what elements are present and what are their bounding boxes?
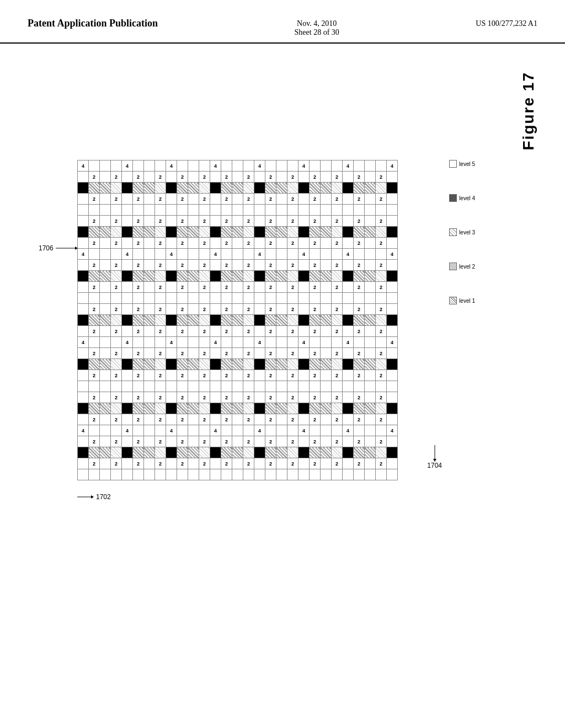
grid-cell: [100, 260, 111, 271]
grid-cell: [299, 172, 310, 183]
grid-cell: [354, 205, 365, 216]
grid-cell: [155, 337, 166, 348]
grid-cell: [321, 172, 332, 183]
grid-cell: [155, 381, 166, 392]
grid-cell: [365, 359, 376, 370]
grid-cell: [100, 205, 111, 216]
grid-cell: 2: [221, 172, 232, 183]
grid-cell: 2: [243, 282, 254, 293]
grid-cell: 2: [376, 304, 387, 315]
grid-cell: [111, 403, 122, 414]
grid-cell: [89, 425, 100, 436]
grid-cell: [188, 315, 199, 326]
grid-cell: 2: [133, 304, 144, 315]
grid-cell: [100, 183, 111, 194]
grid-cell: [387, 183, 398, 194]
svg-marker-1: [91, 495, 94, 499]
grid-cell: 2: [310, 458, 321, 469]
grid-cell: [144, 469, 155, 480]
grid-cell: 2: [265, 260, 276, 271]
grid-cell: 2: [199, 304, 210, 315]
grid-cell: [133, 271, 144, 282]
grid-cell: 2: [332, 304, 343, 315]
grid-cell: [387, 271, 398, 282]
grid-cell: [166, 392, 177, 403]
grid-cell: [321, 337, 332, 348]
grid-cell: [254, 359, 265, 370]
grid-cell: 2: [199, 392, 210, 403]
grid-cell: [210, 414, 221, 425]
grid-cell: [276, 238, 287, 249]
grid-cell: [365, 447, 376, 458]
grid-cell: [122, 282, 133, 293]
grid-cell: 2: [199, 326, 210, 337]
grid-cell: 2: [354, 370, 365, 381]
grid-cell: 2: [310, 172, 321, 183]
publication-date: Nov. 4, 2010 Sheet 28 of 30: [295, 17, 339, 37]
grid-cell: [111, 205, 122, 216]
grid-cell: 2: [287, 348, 299, 359]
grid-cell: [254, 348, 265, 359]
grid-cell: [276, 227, 287, 238]
figure-title: Figure 17: [520, 72, 537, 150]
grid-cell: [299, 315, 310, 326]
grid-cell: [343, 216, 354, 227]
grid-cell: 2: [376, 392, 387, 403]
grid-cell: [276, 326, 287, 337]
grid-cell: [133, 381, 144, 392]
grid-cell: [287, 227, 299, 238]
grid-cell: [100, 381, 111, 392]
grid-cell: [144, 238, 155, 249]
grid-cell: 2: [111, 172, 122, 183]
grid-cell: [299, 458, 310, 469]
grid-cell: [155, 359, 166, 370]
grid-cell: [299, 370, 310, 381]
grid-cell: [122, 205, 133, 216]
grid-cell: 2: [133, 392, 144, 403]
grid-cell: [299, 293, 310, 304]
grid-cell: 2: [243, 458, 254, 469]
grid-cell: [177, 249, 188, 260]
grid-cell: [144, 381, 155, 392]
grid-cell: 2: [133, 282, 144, 293]
grid-cell: [299, 414, 310, 425]
grid-cell: 2: [133, 414, 144, 425]
grid-cell: 2: [354, 436, 365, 447]
grid-cell: [343, 194, 354, 205]
grid-cell: [100, 194, 111, 205]
grid-cell: [188, 216, 199, 227]
grid-cell: [332, 183, 343, 194]
grid-cell: [387, 172, 398, 183]
grid-cell: [155, 183, 166, 194]
grid-cell: [376, 403, 387, 414]
grid-cell: [144, 348, 155, 359]
grid-cell: [365, 425, 376, 436]
grid-cell: 2: [376, 238, 387, 249]
grid-cell: [122, 304, 133, 315]
grid-cell: 4: [387, 425, 398, 436]
grid-cell: 2: [177, 260, 188, 271]
grid-cell: [287, 425, 299, 436]
grid-cell: 2: [243, 326, 254, 337]
grid-cell: 2: [89, 238, 100, 249]
grid-cell: 4: [78, 425, 89, 436]
grid-cell: 2: [155, 194, 166, 205]
grid-cell: 2: [221, 326, 232, 337]
grid-cell: [111, 271, 122, 282]
grid-cell: [89, 403, 100, 414]
grid-cell: [177, 359, 188, 370]
grid-cell: [78, 403, 89, 414]
grid-cell: [100, 447, 111, 458]
grid-cell: [343, 392, 354, 403]
grid-cell: [376, 249, 387, 260]
grid-cell: [354, 403, 365, 414]
grid-cell: [321, 271, 332, 282]
grid-cell: [354, 271, 365, 282]
grid-cell: 2: [177, 348, 188, 359]
grid-cell: [166, 238, 177, 249]
grid-cell: [177, 205, 188, 216]
grid-cell: [387, 403, 398, 414]
grid-cell: 4: [122, 249, 133, 260]
grid-cell: 4: [78, 160, 89, 172]
grid-cell: [343, 315, 354, 326]
